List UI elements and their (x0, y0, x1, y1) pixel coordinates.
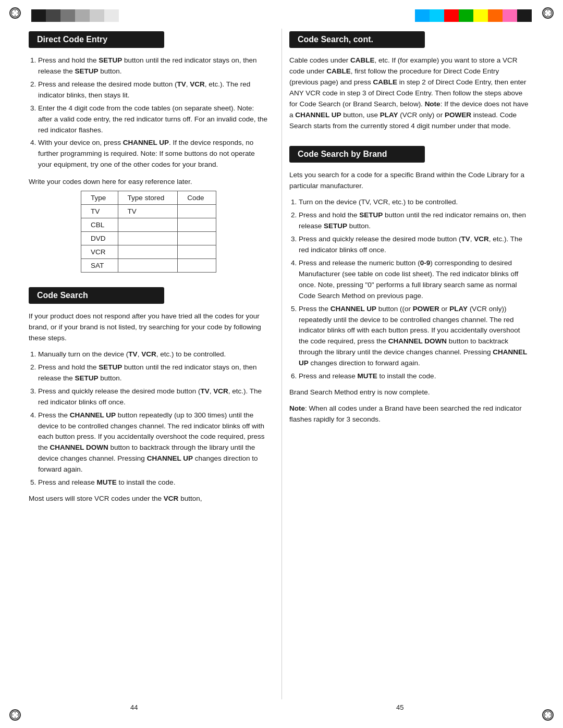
row-cbl-stored (118, 218, 178, 232)
code-search-by-brand-intro: Lets you search for a code for a specifi… (289, 170, 529, 192)
row-dvd-stored (118, 232, 178, 245)
code-search-section: Code Search If your product does not res… (29, 287, 268, 504)
table-row: CBL (81, 218, 216, 232)
table-row: SAT (81, 259, 216, 273)
col-header-type: Type (81, 191, 118, 205)
color-bar-right (415, 9, 532, 22)
csb-step-3: Press and quickly release the desired mo… (299, 234, 529, 256)
csb-step-1: Turn on the device (TV, VCR, etc.) to be… (299, 197, 529, 208)
row-tv-code (178, 205, 216, 218)
step-2: Press and release the desired mode butto… (38, 79, 268, 101)
row-tv-stored: TV (118, 205, 178, 218)
code-search-cont-title: Code Search, cont. (289, 31, 425, 48)
step-1: Press and hold the SETUP button until th… (38, 55, 268, 77)
table-row: VCR (81, 245, 216, 259)
row-cbl-type: CBL (81, 218, 118, 232)
cs-step-5: Press and release MUTE to install the co… (38, 477, 268, 488)
color-bar-left (31, 9, 119, 22)
code-search-title: Code Search (29, 287, 164, 304)
row-vcr-stored (118, 245, 178, 259)
corner-mark-tl (9, 7, 21, 19)
left-column: Direct Code Entry Press and hold the SET… (29, 31, 268, 510)
code-search-cont-body: Cable codes under CABLE, etc. If (for ex… (289, 55, 529, 131)
table-row: TV TV (81, 205, 216, 218)
row-dvd-type: DVD (81, 232, 118, 245)
corner-mark-br (542, 709, 554, 721)
code-search-intro: If your product does not respond after y… (29, 311, 268, 344)
code-search-footer: Most users will store VCR codes under th… (29, 493, 268, 504)
page-number-left: 44 (130, 704, 138, 711)
right-column: Code Search, cont. Cable codes under CAB… (289, 31, 529, 430)
col-header-code: Code (178, 191, 216, 205)
corner-mark-tr (542, 7, 554, 19)
step-4: With your device on, press CHANNEL UP. I… (38, 138, 268, 170)
corner-mark-bl (9, 709, 21, 721)
cs-step-2: Press and hold the SETUP button until th… (38, 362, 268, 384)
direct-code-entry-steps: Press and hold the SETUP button until th… (38, 55, 268, 170)
code-search-by-brand-steps: Turn on the device (TV, VCR, etc.) to be… (299, 197, 529, 382)
csb-step-5: Press the CHANNEL UP button ((or POWER o… (299, 304, 529, 369)
row-tv-type: TV (81, 205, 118, 218)
col-header-type-stored: Type stored (118, 191, 178, 205)
row-sat-type: SAT (81, 259, 118, 273)
brand-search-footer2: Note: When all codes under a Brand have … (289, 403, 529, 425)
csb-step-4: Press and release the numeric button (0-… (299, 258, 529, 302)
row-vcr-code (178, 245, 216, 259)
brand-search-footer1: Brand Search Method entry is now complet… (289, 387, 529, 398)
cs-step-1: Manually turn on the device (TV, VCR, et… (38, 349, 268, 360)
cs-step-4: Press the CHANNEL UP button repeatedly (… (38, 410, 268, 476)
row-sat-stored (118, 259, 178, 273)
code-search-by-brand-section: Code Search by Brand Lets you search for… (289, 146, 529, 425)
page-divider (282, 29, 282, 699)
table-row: DVD (81, 232, 216, 245)
code-search-cont-section: Code Search, cont. Cable codes under CAB… (289, 31, 529, 131)
direct-code-entry-title: Direct Code Entry (29, 31, 164, 48)
csb-step-2: Press and hold the SETUP button until th… (299, 210, 529, 232)
row-sat-code (178, 259, 216, 273)
code-table: Type Type stored Code TV TV CBL (81, 191, 216, 273)
row-dvd-code (178, 232, 216, 245)
step-3: Enter the 4 digit code from the code tab… (38, 103, 268, 136)
direct-code-entry-section: Direct Code Entry Press and hold the SET… (29, 31, 268, 273)
row-cbl-code (178, 218, 216, 232)
cs-step-3: Press and quickly release the desired mo… (38, 386, 268, 408)
csb-step-6: Press and release MUTE to install the co… (299, 371, 529, 382)
code-search-by-brand-title: Code Search by Brand (289, 146, 425, 163)
page-number-right: 45 (396, 704, 403, 711)
code-search-steps: Manually turn on the device (TV, VCR, et… (38, 349, 268, 488)
reference-text: Write your codes down here for easy refe… (29, 178, 268, 186)
row-vcr-type: VCR (81, 245, 118, 259)
